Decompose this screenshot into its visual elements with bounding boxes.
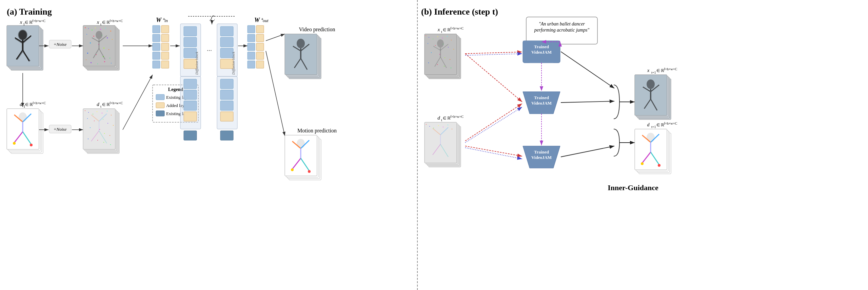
svg-rect-199 [220, 112, 233, 121]
svg-rect-279 [443, 127, 443, 127]
svg-text:∈ ℝ: ∈ ℝ [102, 102, 110, 107]
svg-point-330 [658, 164, 660, 167]
svg-text:∈ ℝ: ∈ ℝ [656, 123, 664, 127]
svg-text:∈ ℝ: ∈ ℝ [25, 20, 33, 25]
svg-rect-40 [93, 36, 94, 37]
svg-rect-84 [184, 37, 197, 47]
svg-rect-233 [451, 40, 452, 40]
svg-text:∈ ℝ: ∈ ℝ [443, 28, 451, 32]
svg-rect-155 [107, 111, 107, 111]
svg-rect-200 [220, 131, 233, 140]
svg-text:∈ ℝ: ∈ ℝ [656, 68, 664, 73]
svg-text:d: d [20, 102, 22, 107]
inference-section: (b) Inference (step t) [417, 0, 868, 290]
svg-rect-44 [90, 42, 91, 43]
svg-text:f×h×w×C: f×h×w×C [110, 101, 123, 105]
svg-rect-190 [184, 79, 197, 89]
svg-rect-72 [153, 34, 160, 42]
svg-text:...: ... [207, 45, 212, 52]
svg-rect-151 [88, 112, 89, 113]
svg-rect-276 [429, 126, 430, 127]
svg-point-212 [291, 168, 294, 171]
svg-rect-153 [97, 111, 97, 112]
svg-line-180 [123, 75, 153, 130]
svg-point-323 [647, 133, 655, 142]
svg-rect-111 [256, 61, 264, 68]
svg-text:VideoJAM: VideoJAM [531, 101, 552, 106]
svg-rect-36 [100, 29, 101, 30]
svg-text:Video prediction: Video prediction [299, 26, 335, 33]
svg-text:t: t [100, 22, 101, 26]
svg-text:W: W [156, 17, 162, 23]
svg-rect-280 [448, 125, 448, 125]
svg-rect-194 [184, 131, 197, 140]
svg-rect-175 [110, 144, 111, 145]
svg-point-162 [96, 113, 102, 121]
svg-rect-172 [88, 139, 88, 139]
svg-rect-74 [153, 52, 160, 59]
svg-text:t: t [441, 118, 442, 122]
svg-text:Diffusion block: Diffusion block [231, 51, 235, 75]
svg-rect-241 [445, 57, 445, 58]
svg-line-294 [465, 146, 522, 156]
svg-text:f×h×w×C: f×h×w×C [33, 101, 46, 105]
svg-rect-235 [435, 45, 436, 46]
svg-rect-244 [437, 64, 438, 65]
svg-rect-52 [86, 59, 86, 60]
svg-rect-106 [248, 61, 255, 68]
svg-rect-229 [433, 39, 433, 39]
svg-rect-191 [184, 90, 197, 99]
svg-rect-168 [90, 127, 91, 128]
svg-rect-156 [111, 115, 112, 115]
svg-text:t: t [441, 30, 442, 34]
svg-rect-234 [428, 43, 428, 44]
svg-line-300 [561, 101, 614, 103]
svg-rect-196 [220, 79, 233, 89]
training-section: (a) Training [0, 0, 417, 290]
svg-point-213 [308, 170, 311, 173]
svg-rect-32 [85, 27, 86, 28]
svg-rect-192 [184, 101, 197, 110]
svg-text:Trained: Trained [534, 44, 549, 49]
svg-rect-161 [113, 125, 114, 126]
svg-rect-90 [220, 26, 233, 36]
svg-point-136 [13, 142, 16, 145]
svg-rect-103 [248, 34, 255, 42]
svg-text:t+1: t+1 [651, 71, 656, 74]
svg-text:VideoJAM: VideoJAM [531, 155, 552, 160]
svg-text:x: x [647, 68, 650, 73]
svg-rect-277 [433, 128, 434, 128]
svg-text:Inner-Guidance: Inner-Guidance [608, 183, 658, 192]
svg-rect-71 [153, 25, 160, 33]
svg-rect-46 [103, 48, 104, 49]
svg-line-267 [465, 52, 522, 54]
svg-text:W: W [254, 17, 260, 23]
svg-rect-34 [92, 30, 93, 31]
svg-rect-83 [184, 26, 197, 36]
svg-rect-187 [156, 111, 164, 116]
svg-line-292 [465, 104, 522, 141]
svg-rect-197 [220, 90, 233, 99]
svg-rect-275 [426, 124, 427, 125]
svg-text:Motion prediction: Motion prediction [297, 128, 337, 134]
svg-text:f×h×w×C: f×h×w×C [664, 67, 677, 71]
svg-rect-193 [184, 112, 197, 121]
svg-rect-51 [110, 58, 110, 58]
svg-rect-104 [248, 43, 255, 51]
svg-text:f×h×w×C: f×h×w×C [110, 19, 123, 23]
svg-text:out: out [263, 18, 269, 23]
svg-rect-183 [156, 94, 164, 100]
svg-text:performing acrobatic jumps": performing acrobatic jumps" [534, 28, 590, 33]
svg-point-13 [19, 30, 27, 40]
svg-rect-38 [110, 31, 111, 32]
svg-line-295 [465, 148, 522, 159]
svg-rect-243 [428, 62, 429, 63]
svg-text:"An urban ballet dancer: "An urban ballet dancer [539, 21, 585, 26]
svg-rect-47 [108, 49, 109, 50]
svg-line-301 [561, 146, 614, 157]
svg-rect-42 [107, 37, 108, 38]
svg-rect-281 [452, 129, 452, 129]
svg-rect-174 [103, 142, 104, 143]
svg-text:+Noise: +Noise [54, 42, 67, 47]
svg-rect-125 [285, 34, 317, 75]
